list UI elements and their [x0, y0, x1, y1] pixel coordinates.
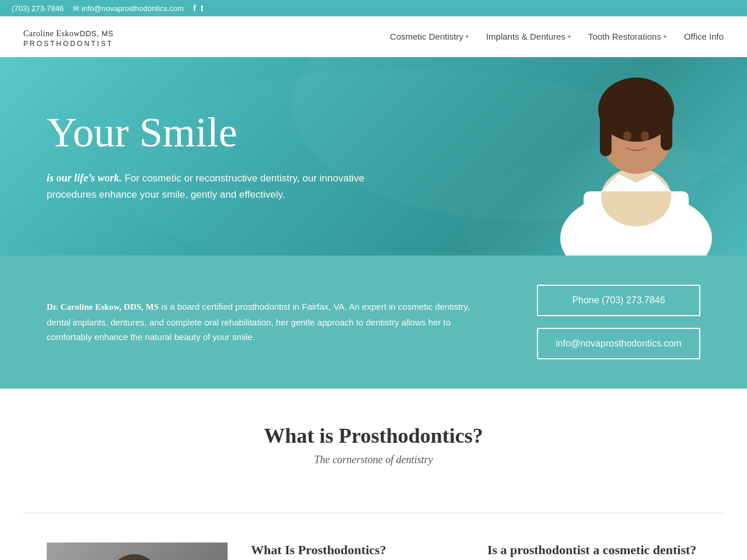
prostho-subtitle: The cornerstone of dentistry: [47, 454, 700, 466]
hero-content: Your Smile is our life’s work. For cosme…: [47, 110, 397, 202]
top-bar-phone: (703) 273-7846: [12, 4, 64, 13]
nav-cosmetic-dentistry[interactable]: Cosmetic Dentistry ▾: [390, 32, 469, 41]
svg-rect-10: [661, 110, 672, 150]
nav-tooth-restorations[interactable]: Tooth Restorations ▾: [588, 32, 666, 41]
top-bar-email[interactable]: info@novaprosthodontics.com: [73, 4, 184, 13]
hero-doctor-image: [525, 57, 747, 256]
email-button[interactable]: info@novaprosthodontics.com: [537, 328, 700, 359]
prosthodontics-section: What is Prosthodontics? The cornerstone …: [0, 388, 747, 513]
svg-point-17: [113, 554, 155, 560]
chevron-down-icon: ▾: [466, 33, 469, 40]
chevron-down-icon: ▾: [568, 33, 571, 40]
card-cosmetic-dentist: Is a prosthodontist a cosmetic dentist? …: [487, 542, 700, 560]
logo-title: PROSTHODONTIST: [23, 40, 114, 48]
twitter-icon[interactable]: t: [201, 4, 204, 13]
hero-subtitle: is our life’s work. For cosmetic or reco…: [47, 170, 397, 202]
info-section: Dr. Caroline Eskow, DDS, MS is a board c…: [0, 256, 747, 388]
header: Caroline EskowDDS, MS PROSTHODONTIST Cos…: [0, 16, 747, 57]
prostho-title: What is Prosthodontics?: [47, 424, 700, 448]
video-card[interactable]: [47, 542, 228, 560]
svg-point-5: [601, 168, 671, 226]
card2-title: Is a prosthodontist a cosmetic dentist?: [487, 542, 700, 558]
svg-point-11: [623, 131, 631, 141]
logo[interactable]: Caroline EskowDDS, MS PROSTHODONTIST: [23, 24, 114, 48]
logo-name: Caroline EskowDDS, MS: [23, 24, 114, 40]
hero-section: Your Smile is our life’s work. For cosme…: [0, 57, 747, 256]
video-thumbnail-figure: [90, 548, 184, 560]
hero-subtitle-bold: is our life’s work.: [47, 172, 122, 184]
info-text: Dr. Caroline Eskow, DDS, MS is a board c…: [47, 299, 490, 345]
svg-rect-9: [600, 110, 612, 156]
doctor-svg: [549, 57, 724, 256]
card-what-is-prosthodontics: What Is Prosthodontics? Prosthodontics i…: [251, 542, 464, 560]
phone-button[interactable]: Phone (703) 273.7846: [537, 285, 700, 316]
chevron-down-icon: ▾: [664, 33, 666, 40]
nav-office-info[interactable]: Office Info: [684, 32, 724, 41]
section-divider: [23, 513, 724, 513]
doctor-name: Dr. Caroline Eskow, DDS, MS: [47, 302, 159, 312]
nav-implants-dentures[interactable]: Implants & Dentures ▾: [486, 32, 571, 41]
svg-point-12: [641, 131, 649, 141]
facebook-icon[interactable]: f: [193, 4, 196, 13]
cards-row: What Is Prosthodontics? Prosthodontics i…: [0, 542, 747, 560]
info-buttons: Phone (703) 273.7846 info@novaprosthodon…: [537, 285, 700, 359]
main-nav: Cosmetic Dentistry ▾ Implants & Dentures…: [390, 32, 724, 41]
hero-title: Your Smile: [47, 110, 397, 156]
social-icons: f t: [193, 4, 203, 13]
top-bar: (703) 273-7846 info@novaprosthodontics.c…: [0, 0, 747, 16]
card1-title: What Is Prosthodontics?: [251, 542, 464, 558]
